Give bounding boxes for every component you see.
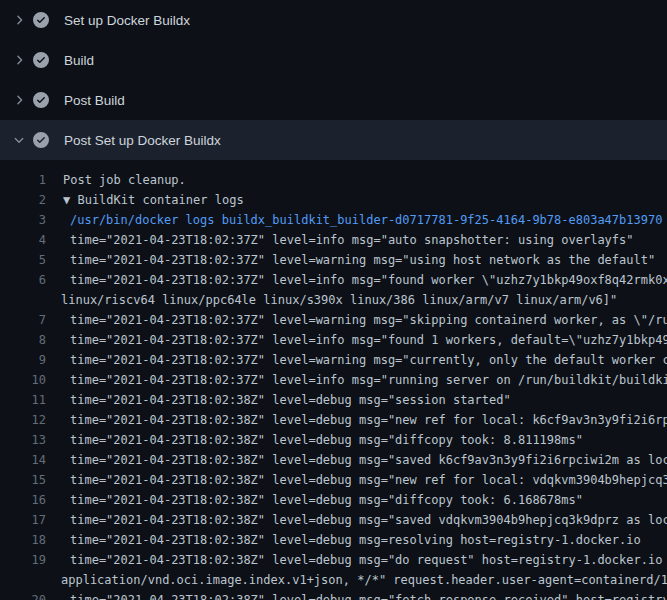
log-line: 13 time="2021-04-23T18:02:38Z" level=deb… (0, 430, 667, 450)
log-line: 4 time="2021-04-23T18:02:37Z" level=info… (0, 230, 667, 250)
log-line-number[interactable]: 13 (0, 430, 46, 450)
log-line-number[interactable]: 15 (0, 470, 46, 490)
log-line: 7 time="2021-04-23T18:02:37Z" level=warn… (0, 310, 667, 330)
log-line-number[interactable] (0, 290, 46, 310)
log-line: 10 time="2021-04-23T18:02:37Z" level=inf… (0, 370, 667, 390)
log-line-number[interactable]: 3 (0, 210, 46, 230)
log-line: 6 time="2021-04-23T18:02:37Z" level=info… (0, 270, 667, 290)
log-line: 1 Post job cleanup. (0, 170, 667, 190)
check-circle-icon (33, 12, 49, 28)
chevron-right-icon (12, 93, 26, 107)
log-line-text: time="2021-04-23T18:02:37Z" level=warnin… (46, 250, 655, 270)
log-line-text: time="2021-04-23T18:02:38Z" level=debug … (46, 510, 667, 530)
log-line-text: application/vnd.oci.image.index.v1+json,… (46, 570, 667, 590)
log-line: 18 time="2021-04-23T18:02:38Z" level=deb… (0, 530, 667, 550)
log-line: 8 time="2021-04-23T18:02:37Z" level=info… (0, 330, 667, 350)
log-line: 5 time="2021-04-23T18:02:37Z" level=warn… (0, 250, 667, 270)
log-line-number[interactable]: 6 (0, 270, 46, 290)
step-title: Post Set up Docker Buildx (64, 133, 221, 148)
log-line: 9 time="2021-04-23T18:02:37Z" level=warn… (0, 350, 667, 370)
step-row-3[interactable]: Post Set up Docker Buildx (0, 120, 667, 160)
log-line-text: linux/riscv64 linux/ppc64le linux/s390x … (46, 290, 617, 310)
log-line-text: time="2021-04-23T18:02:37Z" level=warnin… (46, 350, 667, 370)
step-title: Build (64, 53, 94, 68)
log-line: linux/riscv64 linux/ppc64le linux/s390x … (0, 290, 667, 310)
log-line-text: time="2021-04-23T18:02:38Z" level=debug … (46, 530, 641, 550)
log-line: 20 time="2021-04-23T18:02:38Z" level=deb… (0, 590, 667, 600)
log-line: 2 ▼ BuildKit container logs (0, 190, 667, 210)
step-row-2[interactable]: Post Build (0, 80, 667, 120)
log-line-text: time="2021-04-23T18:02:37Z" level=info m… (46, 270, 667, 290)
log-line-number[interactable]: 1 (0, 170, 46, 190)
log-line-number[interactable]: 9 (0, 350, 46, 370)
log-line-number[interactable]: 14 (0, 450, 46, 470)
log-line-number[interactable]: 2 (0, 190, 46, 210)
actions-log-viewer: Set up Docker Buildx Build Post Build Po… (0, 0, 667, 600)
log-line-text: time="2021-04-23T18:02:38Z" level=debug … (46, 390, 511, 410)
check-circle-icon (33, 52, 49, 68)
log-group-toggle[interactable]: ▼ BuildKit container logs (46, 190, 244, 210)
step-row-0[interactable]: Set up Docker Buildx (0, 0, 667, 40)
log-line-number[interactable]: 12 (0, 410, 46, 430)
log-line-text: time="2021-04-23T18:02:37Z" level=info m… (46, 330, 667, 350)
check-circle-icon (33, 132, 49, 148)
log-line-number[interactable]: 7 (0, 310, 46, 330)
log-line: 14 time="2021-04-23T18:02:38Z" level=deb… (0, 450, 667, 470)
step-row-1[interactable]: Build (0, 40, 667, 80)
log-line-number[interactable]: 11 (0, 390, 46, 410)
log-line-number[interactable]: 8 (0, 330, 46, 350)
log-line: 12 time="2021-04-23T18:02:38Z" level=deb… (0, 410, 667, 430)
check-circle-icon (33, 92, 49, 108)
log-line: 15 time="2021-04-23T18:02:38Z" level=deb… (0, 470, 667, 490)
log-line-number[interactable] (0, 570, 46, 590)
chevron-right-icon (12, 53, 26, 67)
log-line-text: time="2021-04-23T18:02:37Z" level=info m… (46, 230, 634, 250)
log-line-number[interactable]: 16 (0, 490, 46, 510)
log-line-number[interactable]: 5 (0, 250, 46, 270)
log-line-number[interactable]: 17 (0, 510, 46, 530)
log-line-number[interactable]: 10 (0, 370, 46, 390)
log-line-text: time="2021-04-23T18:02:38Z" level=debug … (46, 550, 667, 570)
log-line-text: time="2021-04-23T18:02:37Z" level=warnin… (46, 310, 667, 330)
log-line-text: time="2021-04-23T18:02:38Z" level=debug … (46, 450, 667, 470)
log-line-text: Post job cleanup. (46, 170, 186, 190)
step-title: Set up Docker Buildx (64, 13, 190, 28)
log-line-text: /usr/bin/docker logs buildx_buildkit_bui… (46, 210, 662, 230)
log-line: application/vnd.oci.image.index.v1+json,… (0, 570, 667, 590)
log-line-number[interactable]: 20 (0, 590, 46, 600)
log-line: 3 /usr/bin/docker logs buildx_buildkit_b… (0, 210, 667, 230)
log-line-text: time="2021-04-23T18:02:38Z" level=debug … (46, 590, 667, 600)
log-line-text: time="2021-04-23T18:02:37Z" level=info m… (46, 370, 667, 390)
chevron-down-icon (12, 133, 26, 147)
log-line-text: time="2021-04-23T18:02:38Z" level=debug … (46, 410, 667, 430)
log-line-text: time="2021-04-23T18:02:38Z" level=debug … (46, 470, 667, 490)
log-panel: 1 Post job cleanup. 2 ▼ BuildKit contain… (0, 160, 667, 600)
chevron-right-icon (12, 13, 26, 27)
log-line-text: time="2021-04-23T18:02:38Z" level=debug … (46, 430, 583, 450)
log-line: 19 time="2021-04-23T18:02:38Z" level=deb… (0, 550, 667, 570)
log-line: 11 time="2021-04-23T18:02:38Z" level=deb… (0, 390, 667, 410)
log-line: 17 time="2021-04-23T18:02:38Z" level=deb… (0, 510, 667, 530)
log-line-number[interactable]: 19 (0, 550, 46, 570)
step-title: Post Build (64, 93, 125, 108)
log-line-text: time="2021-04-23T18:02:38Z" level=debug … (46, 490, 583, 510)
log-line-number[interactable]: 18 (0, 530, 46, 550)
log-line-number[interactable]: 4 (0, 230, 46, 250)
log-line: 16 time="2021-04-23T18:02:38Z" level=deb… (0, 490, 667, 510)
steps-list: Set up Docker Buildx Build Post Build Po… (0, 0, 667, 160)
